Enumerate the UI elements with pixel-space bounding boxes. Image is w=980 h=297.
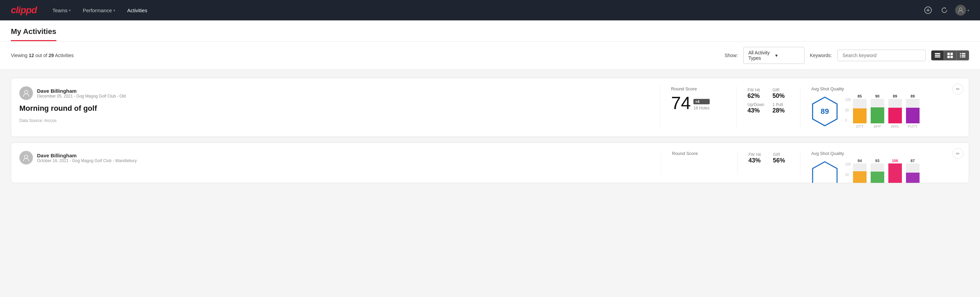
user-date-2: October 16, 2021 - Gog Magog Golf Club -…: [37, 158, 137, 163]
updown-1: Up/Down 43%: [748, 102, 764, 114]
activities-list: ✏ Dave Billingham December 05, 2021 - Go…: [0, 70, 980, 191]
nav-item-teams[interactable]: Teams ▾: [48, 5, 75, 16]
score-badge-1: +4: [694, 99, 710, 104]
user-avatar-2: [19, 151, 33, 164]
data-source-1: Data Source: Arccos: [19, 118, 649, 123]
avg-quality-1: Avg Shot Quality 89 100 50 0: [811, 86, 961, 128]
filter-bar: Viewing 12 out of 29 Activities Show: Al…: [0, 42, 980, 70]
fw-hit-2: FW Hit 43%: [748, 152, 765, 164]
keywords-label: Keywords:: [810, 53, 832, 58]
page-header: My Activities: [0, 21, 980, 42]
avatar: [955, 5, 966, 16]
refresh-button[interactable]: [939, 5, 950, 16]
stats-2: FW Hit 43% GIR 56%: [748, 151, 789, 175]
bar-chart-2: 100 50 0 94 OTT 93: [845, 159, 920, 183]
user-menu-button[interactable]: ▾: [955, 5, 969, 16]
divider-2b: [737, 151, 738, 175]
activity-type-dropdown[interactable]: All Activity Types ▾: [743, 47, 805, 64]
grid-view-button[interactable]: [944, 51, 956, 60]
bar-fill-putt-1: [906, 108, 920, 123]
divider-1b: [736, 86, 737, 128]
hex-quality-1: 89: [811, 96, 838, 126]
divider-1a: [660, 86, 660, 128]
logo[interactable]: clippd: [11, 5, 37, 16]
svg-rect-8: [950, 53, 953, 55]
hex-quality-2: [811, 161, 838, 184]
bar-fill-ott-1: [853, 109, 867, 123]
dropdown-chevron-icon: ▾: [775, 53, 799, 58]
svg-point-17: [24, 90, 28, 94]
user-info-2: Dave Billingham October 16, 2021 - Gog M…: [19, 151, 650, 164]
round-score-label-1: Round Score: [671, 86, 725, 91]
svg-rect-14: [962, 55, 966, 56]
gir-2: GIR 56%: [773, 152, 789, 164]
bar-fill-app-1: [871, 107, 884, 123]
divider-1c: [800, 86, 800, 128]
activity-card-1: ✏ Dave Billingham December 05, 2021 - Go…: [11, 78, 969, 137]
divider-2a: [661, 151, 661, 175]
svg-point-19: [24, 155, 28, 158]
user-date-1: December 05, 2021 - Gog Magog Golf Club …: [37, 94, 126, 99]
svg-rect-11: [960, 53, 961, 54]
score-value-1: 74: [671, 94, 691, 112]
card-left-2: Dave Billingham October 16, 2021 - Gog M…: [19, 151, 650, 175]
svg-rect-9: [947, 56, 950, 58]
list-view-button[interactable]: [956, 51, 969, 60]
user-name-1: Dave Billingham: [37, 88, 126, 94]
svg-rect-12: [962, 53, 966, 54]
divider-2c: [800, 151, 800, 175]
stats-1: FW Hit 62% GIR 50% Up/Down 43% 1 Putt 28…: [748, 86, 789, 128]
bar-fill-arg-1: [888, 108, 902, 123]
fw-hit-1: FW Hit 62%: [748, 88, 764, 99]
nav-item-performance[interactable]: Performance ▾: [78, 5, 120, 16]
user-avatar-1: [19, 86, 33, 100]
viewing-count: 12: [29, 53, 34, 58]
performance-chevron-icon: ▾: [113, 8, 115, 12]
viewing-count-text: Viewing 12 out of 29 Activities: [11, 53, 719, 58]
viewing-total: 29: [49, 53, 54, 58]
view-toggle-group: [931, 50, 969, 61]
gir-1: GIR 50%: [773, 88, 789, 99]
hex-value-1: 89: [821, 107, 829, 116]
svg-rect-6: [935, 56, 940, 57]
bar-app-1: 90 APP: [871, 94, 884, 128]
svg-point-3: [959, 8, 962, 11]
svg-rect-7: [947, 53, 950, 55]
bar-putt-2: 87 PUTT: [906, 159, 920, 183]
svg-rect-15: [960, 56, 961, 57]
nav-right: ▾: [923, 5, 969, 16]
svg-rect-16: [962, 56, 966, 57]
svg-rect-10: [950, 56, 953, 58]
bar-chart-1: 100 50 0 85 OTT: [845, 94, 920, 128]
search-input[interactable]: [837, 50, 926, 61]
list-compact-view-button[interactable]: [931, 51, 944, 60]
svg-rect-13: [960, 55, 961, 56]
bar-app-2: 93 APP: [871, 159, 884, 183]
bar-putt-1: 89 PUTT: [906, 94, 920, 128]
user-chevron-icon: ▾: [967, 8, 969, 12]
holes-1: 18 Holes: [694, 106, 710, 110]
add-button[interactable]: [923, 5, 934, 16]
card-left-1: Dave Billingham December 05, 2021 - Gog …: [19, 86, 649, 128]
nav-links: Teams ▾ Performance ▾ Activities: [48, 5, 912, 16]
round-score-2: Round Score: [672, 151, 726, 175]
activity-card-2: ✏ Dave Billingham October 16, 2021 - Gog…: [11, 142, 969, 183]
avg-quality-label-2: Avg Shot Quality: [811, 151, 961, 156]
nav-item-activities[interactable]: Activities: [123, 5, 152, 16]
page-title: My Activities: [11, 21, 56, 41]
bar-arg-2: 106 ARG: [888, 159, 902, 183]
one-putt-1: 1 Putt 28%: [773, 102, 789, 114]
bar-ott-1: 85 OTT: [853, 94, 867, 128]
round-score-label-2: Round Score: [672, 151, 726, 156]
round-score-1: Round Score 74 +4 18 Holes: [671, 86, 725, 128]
svg-rect-4: [935, 53, 940, 54]
y-axis-1: 100 50 0: [845, 98, 851, 128]
user-info-1: Dave Billingham December 05, 2021 - Gog …: [19, 86, 649, 100]
avg-quality-2: Avg Shot Quality 100 50 0 94: [811, 151, 961, 175]
score-display-1: 74 +4 18 Holes: [671, 94, 725, 112]
activity-title-1: Morning round of golf: [19, 104, 649, 113]
avg-quality-label-1: Avg Shot Quality: [811, 86, 961, 91]
user-name-2: Dave Billingham: [37, 153, 137, 158]
teams-chevron-icon: ▾: [69, 8, 71, 12]
show-label: Show:: [725, 53, 738, 58]
